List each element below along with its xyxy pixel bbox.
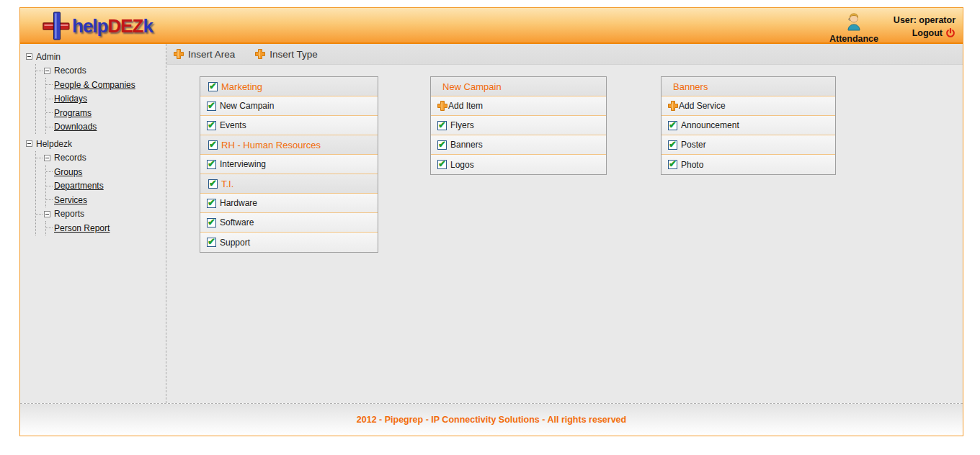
collapse-icon[interactable]	[26, 53, 32, 60]
attendance-button[interactable]: Attendance	[826, 12, 882, 44]
app-page: helpDEZk Attendance User: operator Logou…	[19, 7, 963, 436]
panel-item-label: New Campain	[220, 101, 274, 111]
tree-branch-reports[interactable]: Reports	[36, 207, 166, 222]
add-button-add-service[interactable]: Add Service	[662, 96, 835, 116]
logo-text-dez: DEZ	[107, 15, 143, 37]
checkbox-checked[interactable]	[208, 140, 218, 150]
checkbox-checked[interactable]	[207, 218, 216, 227]
panel-header-banners: Banners	[662, 77, 835, 96]
plus-icon	[254, 48, 266, 60]
tree-children: People & CompaniesHolidaysProgramsDownlo…	[45, 78, 166, 134]
panel-item-events: Events	[200, 116, 378, 135]
tree-branch-admin[interactable]: Admin	[26, 50, 166, 64]
insert-type-button[interactable]: Insert Type	[254, 48, 318, 60]
tree-item-label[interactable]: Programs	[54, 108, 92, 118]
tree-item-label[interactable]: Holidays	[54, 94, 87, 104]
tree-branch-records[interactable]: Records	[36, 151, 166, 166]
panel-item-interviewing: Interviewing	[200, 155, 378, 174]
checkbox-checked[interactable]	[668, 160, 677, 169]
tree-item-label: Records	[54, 66, 86, 76]
collapse-icon[interactable]	[44, 68, 50, 74]
logged-user-label: User: operator	[894, 15, 956, 25]
tree-item-label[interactable]: People & Companies	[54, 80, 135, 90]
panel-header-rh-human-resources: RH - Human Resources	[200, 135, 378, 155]
panel-item-software: Software	[200, 213, 378, 233]
collapse-icon[interactable]	[44, 155, 50, 161]
panel-header-marketing: Marketing	[200, 77, 378, 96]
collapse-icon[interactable]	[26, 140, 32, 147]
sidebar-item-people-companies[interactable]: People & Companies	[46, 78, 166, 92]
panel-item-label: Photo	[681, 160, 703, 170]
checkbox-checked[interactable]	[208, 82, 218, 91]
panel-header-label: Banners	[673, 81, 708, 92]
plus-icon	[173, 48, 184, 60]
sidebar-item-services[interactable]: Services	[46, 193, 166, 207]
copyright-text: 2012 - Pipegrep - IP Connectivity Soluti…	[357, 415, 626, 425]
sidebar-item-departments[interactable]: Departments	[46, 179, 166, 194]
panel-header-label: RH - Human Resources	[221, 140, 321, 150]
checkbox-checked[interactable]	[437, 160, 447, 169]
tree-item-label: Admin	[36, 52, 61, 62]
panel-item-new-campain: New Campain	[200, 96, 378, 116]
panel-item-label: Poster	[681, 140, 706, 150]
user-block: User: operator Logout	[894, 15, 956, 38]
logout-button[interactable]: Logout	[894, 28, 956, 38]
panel-item-banners: Banners	[431, 135, 606, 155]
checkbox-checked[interactable]	[437, 121, 447, 130]
sidebar-item-downloads[interactable]: Downloads	[46, 120, 166, 135]
plus-icon	[667, 100, 679, 112]
panel-item-label: Flyers	[450, 120, 474, 130]
power-icon	[945, 28, 956, 38]
sidebar-item-person-report[interactable]: Person Report	[46, 221, 166, 235]
tree-item-label[interactable]: Groups	[54, 167, 82, 177]
panel-item-label: Add Item	[448, 101, 483, 111]
checkbox-checked[interactable]	[208, 179, 218, 189]
insert-area-button[interactable]: Insert Area	[173, 48, 235, 60]
panel-item-label: Add Service	[679, 101, 726, 111]
checkbox-checked[interactable]	[207, 160, 216, 169]
panel-item-label: Hardware	[220, 198, 257, 208]
sidebar-item-holidays[interactable]: Holidays	[46, 92, 166, 107]
panel-item-support: Support	[200, 233, 378, 252]
checkbox-checked[interactable]	[668, 121, 677, 130]
checkbox-checked[interactable]	[207, 102, 216, 111]
panel-header-t-i: T.I.	[200, 174, 378, 194]
tree-item-label: Reports	[54, 209, 84, 219]
tree-item-label[interactable]: Departments	[54, 181, 104, 191]
panel-item-label: Support	[220, 238, 250, 248]
logo-cross-icon	[42, 11, 71, 41]
tree-item-label[interactable]: Person Report	[54, 223, 110, 233]
tree-children: RecordsPeople & CompaniesHolidaysProgram…	[35, 64, 166, 135]
main-content: Insert Area Insert Type MarketingNew Cam…	[166, 44, 963, 403]
panel-header-label: Marketing	[221, 81, 262, 92]
panels-area: MarketingNew CampainEventsRH - Human Res…	[166, 65, 963, 403]
panel-item-label: Announcement	[681, 120, 739, 130]
checkbox-checked[interactable]	[207, 121, 216, 130]
tree-branch-records[interactable]: Records	[36, 64, 166, 78]
panel-item-photo: Photo	[662, 155, 835, 174]
panel-item-label: Software	[220, 217, 254, 227]
panel-item-poster: Poster	[662, 135, 835, 155]
insert-area-label: Insert Area	[188, 49, 235, 60]
checkbox-checked[interactable]	[668, 140, 677, 150]
operator-avatar-icon	[845, 12, 863, 31]
panel-item-flyers: Flyers	[431, 116, 606, 135]
panel-item-label: Logos	[450, 160, 474, 170]
tree-item-label[interactable]: Services	[54, 195, 87, 205]
checkbox-checked[interactable]	[207, 238, 216, 247]
tree-item-label: Records	[54, 153, 86, 163]
checkbox-checked[interactable]	[437, 140, 447, 150]
collapse-icon[interactable]	[44, 211, 50, 217]
panel-item-announcement: Announcement	[662, 116, 835, 135]
checkbox-checked[interactable]	[207, 199, 216, 208]
services-panel: BannersAdd ServiceAnnouncementPosterPhot…	[661, 76, 836, 175]
add-button-add-item[interactable]: Add Item	[431, 96, 606, 116]
tree-branch-helpdezk[interactable]: Helpdezk	[26, 137, 166, 151]
panel-header-label: T.I.	[221, 179, 233, 189]
insert-type-label: Insert Type	[270, 49, 318, 60]
tree-item-label[interactable]: Downloads	[54, 122, 97, 132]
sidebar-item-programs[interactable]: Programs	[46, 106, 166, 120]
areas-panel: MarketingNew CampainEventsRH - Human Res…	[200, 76, 378, 253]
panel-item-hardware: Hardware	[200, 194, 378, 213]
sidebar-item-groups[interactable]: Groups	[46, 165, 166, 179]
